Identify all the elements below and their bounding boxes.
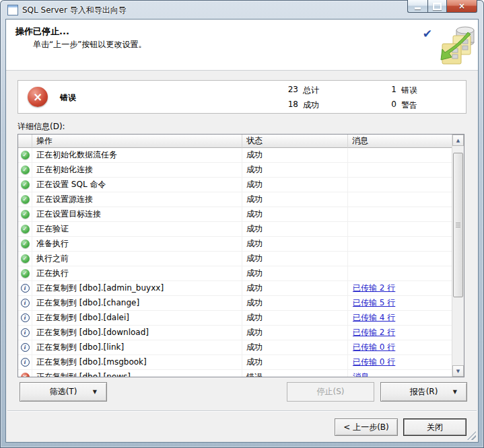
status-cell: 成功 [242, 207, 348, 221]
summary-stats-left: 23 总计 18 成功 [282, 85, 319, 111]
column-header-icon[interactable] [18, 135, 32, 148]
vertical-scrollbar[interactable]: ▲ ▼ [452, 135, 464, 377]
message-cell: 消息... [348, 370, 452, 377]
details-grid: 操作 状态 消息 ✓正在初始化数据流任务成功✓正在初始化连接成功✓正在设置 SQ… [18, 134, 464, 377]
close-dialog-button[interactable]: 关闭 [403, 418, 466, 436]
scroll-up-button[interactable]: ▲ [452, 135, 464, 146]
table-row[interactable]: i正在复制到 [dbo].[download]成功已传输 2 行 [18, 326, 452, 340]
chevron-down-icon: ▼ [93, 389, 97, 395]
status-cell: 成功 [242, 355, 348, 369]
table-row[interactable]: i正在复制到 [dbo].[change]成功已传输 5 行 [18, 296, 452, 311]
action-cell: 正在执行 [32, 266, 242, 281]
status-cell: 成功 [242, 178, 348, 192]
stat-success-label: 成功 [303, 100, 319, 111]
minimize-button[interactable] [407, 0, 427, 13]
details-label: 详细信息(D): [18, 121, 65, 133]
icon-cell: i [18, 281, 32, 295]
stop-button[interactable]: 停止(S) [287, 382, 374, 402]
icon-cell: ✓ [18, 266, 32, 281]
action-cell: 正在设置 SQL 命令 [32, 178, 242, 192]
icon-cell: i [18, 296, 32, 310]
table-row[interactable]: ✓正在初始化数据流任务成功 [18, 148, 452, 163]
table-row[interactable]: i正在复制到 [dbo].[dalei]成功已传输 4 行 [18, 311, 452, 326]
message-link[interactable]: 已传输 0 行 [353, 357, 395, 367]
icon-cell: i [18, 326, 32, 340]
action-cell: 正在设置目标连接 [32, 207, 242, 221]
column-header-action[interactable]: 操作 [32, 135, 242, 148]
success-icon: ✓ [21, 195, 30, 204]
message-cell [348, 148, 452, 162]
app-icon [7, 5, 18, 15]
table-row[interactable]: i正在复制到 [dbo].[admin_buyxx]成功已传输 2 行 [18, 281, 452, 296]
table-row[interactable]: ✓正在设置源连接成功 [18, 192, 452, 207]
message-cell: 已传输 5 行 [348, 296, 452, 310]
icon-cell: × [18, 370, 32, 377]
action-cell: 准备执行 [32, 237, 242, 251]
dialog-client-area: 操作已停止... 单击“上一步”按钮以更改设置。 ✔ × 错误 23 [5, 19, 479, 443]
message-link[interactable]: 已传输 5 行 [353, 298, 395, 307]
table-row[interactable]: ✓执行之前成功 [18, 252, 452, 266]
table-row[interactable]: i正在复制到 [dbo].[msgbook]成功已传输 0 行 [18, 355, 452, 370]
message-cell: 已传输 0 行 [348, 355, 452, 369]
icon-cell: ✓ [18, 163, 32, 177]
status-cell: 成功 [242, 222, 348, 236]
scroll-down-button[interactable]: ▼ [452, 365, 464, 377]
close-button[interactable]: × [447, 0, 477, 13]
status-cell: 成功 [242, 163, 348, 177]
message-cell [348, 163, 452, 177]
action-cell: 正在复制到 [dbo].[dalei] [32, 311, 242, 325]
footer-separator [7, 410, 477, 412]
action-cell: 正在初始化数据流任务 [32, 148, 242, 162]
action-cell: 正在复制到 [dbo].[msgbook] [32, 355, 242, 369]
message-cell [348, 252, 452, 266]
summary-stats-right: 1 错误 0 警告 [380, 85, 417, 111]
message-link[interactable]: 已传输 2 行 [353, 328, 395, 337]
table-row[interactable]: ✓正在设置目标连接成功 [18, 207, 452, 222]
icon-cell: ✓ [18, 237, 32, 251]
info-icon: i [21, 343, 30, 352]
icon-cell: ✓ [18, 252, 32, 266]
table-row[interactable]: ✓准备执行成功 [18, 237, 452, 252]
success-icon: ✓ [21, 210, 30, 219]
status-cell: 成功 [242, 148, 348, 162]
status-cell: 成功 [242, 237, 348, 251]
icon-cell: i [18, 355, 32, 369]
status-cell: 错误 [242, 370, 348, 377]
table-row[interactable]: ✓正在设置 SQL 命令成功 [18, 178, 452, 192]
status-cell: 成功 [242, 296, 348, 310]
table-row[interactable]: ×正在复制到 [dbo].[news]错误消息... [18, 370, 452, 377]
grid-header: 操作 状态 消息 [18, 135, 452, 148]
resize-grip[interactable] [467, 431, 476, 440]
scrollbar-thumb[interactable] [453, 153, 463, 297]
column-header-status[interactable]: 状态 [242, 135, 348, 148]
success-icon: ✓ [21, 269, 30, 278]
stat-warning-label: 警告 [401, 100, 417, 111]
message-link[interactable]: 已传输 0 行 [353, 342, 395, 352]
info-icon: i [21, 328, 30, 337]
status-cell: 成功 [242, 266, 348, 281]
title-bar[interactable]: SQL Server 导入和导出向导 × [0, 0, 484, 19]
message-link[interactable]: 已传输 4 行 [353, 313, 395, 322]
icon-cell: i [18, 311, 32, 325]
column-header-message[interactable]: 消息 [348, 135, 452, 148]
success-icon: ✓ [21, 151, 30, 159]
table-row[interactable]: i正在复制到 [dbo].[link]成功已传输 0 行 [18, 340, 452, 355]
filter-button[interactable]: 筛选(T) ▼ [20, 382, 107, 402]
message-cell [348, 266, 452, 281]
summary-panel: × 错误 23 总计 18 成功 1 错误 0 警告 [18, 80, 466, 114]
back-button[interactable]: < 上一步(B) [335, 418, 398, 436]
info-icon: i [21, 284, 30, 293]
maximize-button[interactable] [427, 0, 447, 13]
table-row[interactable]: ✓正在执行成功 [18, 266, 452, 281]
message-cell [348, 207, 452, 221]
report-button[interactable]: 报告(R) ▼ [380, 382, 467, 402]
grid-body: ✓正在初始化数据流任务成功✓正在初始化连接成功✓正在设置 SQL 命令成功✓正在… [18, 148, 452, 377]
table-row[interactable]: ✓正在验证成功 [18, 222, 452, 237]
message-link[interactable]: 消息... [353, 372, 376, 377]
action-cell: 执行之前 [32, 252, 242, 266]
stat-total-label: 总计 [303, 85, 319, 96]
status-cell: 成功 [242, 311, 348, 325]
table-row[interactable]: ✓正在初始化连接成功 [18, 163, 452, 178]
success-icon: ✓ [21, 225, 30, 233]
message-link[interactable]: 已传输 2 行 [353, 283, 395, 293]
